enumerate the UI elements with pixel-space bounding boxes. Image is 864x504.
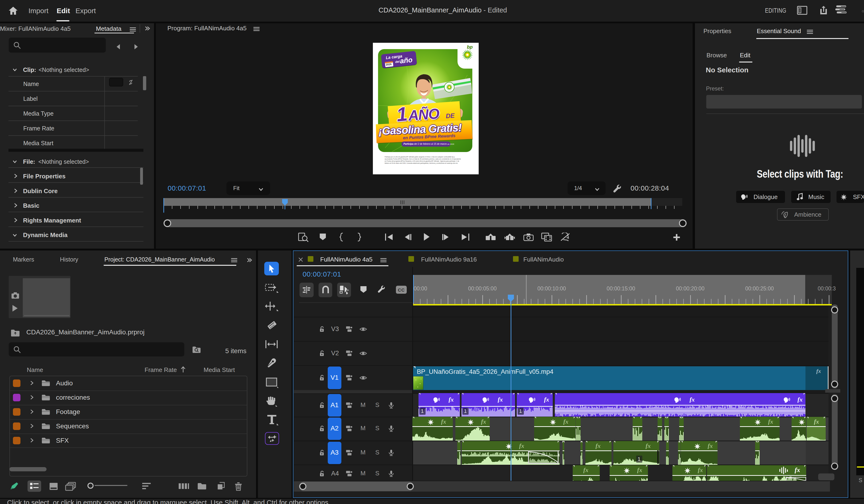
- svg-text:CC: CC: [398, 287, 405, 293]
